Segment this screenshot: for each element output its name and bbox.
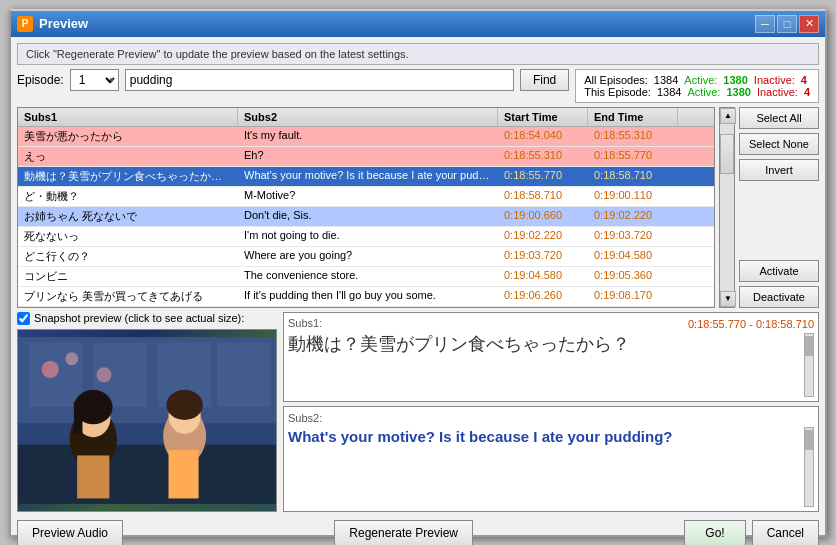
cell-subs1: 動機は？美雪がプリン食べちゃったから？ [18,167,238,186]
activate-button[interactable]: Activate [739,260,819,282]
table-body: 美雪が悪かったから It's my fault. 0:18:54.040 0:1… [18,127,714,307]
deactivate-button[interactable]: Deactivate [739,286,819,308]
go-button[interactable]: Go! [684,520,745,546]
inactive-val: 4 [801,74,807,86]
active2-label: Active: [687,86,720,98]
info-bar: Click "Regenerate Preview" to update the… [17,43,819,65]
cell-subs1: 美雪が悪かったから [18,127,238,146]
subs2-text: What's your motive? Is it because I ate … [288,427,802,447]
table-row[interactable]: 動機は？美雪がプリン食べちゃったから？ What's your motive? … [18,167,714,187]
invert-button[interactable]: Invert [739,159,819,181]
all-episodes-val: 1384 [654,74,678,86]
cell-subs2: Where are you going? [238,247,498,266]
cell-end: 0:19:04.580 [588,247,678,266]
subs1-text: 動機は？美雪がプリン食べちゃったから？ [288,333,802,356]
select-none-button[interactable]: Select None [739,133,819,155]
action-buttons: Select All Select None Invert Activate D… [739,107,819,308]
cell-subs2: M-Motive? [238,187,498,206]
active-val: 1380 [723,74,747,86]
cell-subs1: プリンなら 美雪が買ってきてあげる [18,287,238,306]
cell-end: 0:19:05.360 [588,267,678,286]
preview-audio-button[interactable]: Preview Audio [17,520,123,546]
regenerate-button[interactable]: Regenerate Preview [334,520,473,546]
app-icon: P [17,16,33,32]
table-scrollbar[interactable]: ▲ ▼ [719,107,735,308]
scroll-thumb[interactable] [720,134,734,174]
select-all-button[interactable]: Select All [739,107,819,129]
table-row[interactable]: コンビニ The convenience store. 0:19:04.580 … [18,267,714,287]
cell-subs2: It's my fault. [238,127,498,146]
cell-subs1: 死なないっ [18,227,238,246]
cell-start: 0:19:03.720 [498,247,588,266]
svg-rect-13 [74,401,83,433]
cell-subs2: I'm not going to die. [238,227,498,246]
svg-rect-9 [18,444,276,503]
episode-label: Episode: [17,73,64,87]
svg-point-7 [65,352,78,365]
col-header-subs2: Subs2 [238,108,498,126]
scroll-track[interactable] [720,124,734,291]
cell-end: 0:19:08.170 [588,287,678,306]
close-button[interactable]: ✕ [799,15,819,33]
table-row[interactable]: 美雪が悪かったから It's my fault. 0:18:54.040 0:1… [18,127,714,147]
cell-subs1: えっ [18,147,238,166]
cell-subs2: If it's pudding then I'll go buy you som… [238,287,498,306]
cell-subs2: What's your motive? Is it because I ate … [238,167,498,186]
cell-start: 0:19:04.580 [498,267,588,286]
table-row[interactable]: ど・動機？ M-Motive? 0:18:58.710 0:19:00.110 [18,187,714,207]
table-row[interactable]: えっ Eh? 0:18:55.310 0:18:55.770 [18,147,714,167]
table-row[interactable]: 死なないっ I'm not going to die. 0:19:02.220 … [18,227,714,247]
subs1-scrollbar[interactable] [804,333,814,397]
this-episode-label: This Episode: [584,86,651,98]
this-episode-val: 1384 [657,86,681,98]
cell-end: 0:19:00.110 [588,187,678,206]
cell-start: 0:19:02.220 [498,227,588,246]
title-bar: P Preview ─ □ ✕ [11,11,825,37]
svg-rect-18 [169,450,199,498]
table-row[interactable]: どこ行くの？ Where are you going? 0:19:03.720 … [18,247,714,267]
subs2-scroll-thumb[interactable] [805,430,813,450]
main-window: P Preview ─ □ ✕ Click "Regenerate Previe… [9,9,827,537]
scroll-up-btn[interactable]: ▲ [720,108,736,124]
cell-end: 0:18:58.710 [588,167,678,186]
snapshot-checkbox[interactable] [17,312,30,325]
cell-start: 0:18:54.040 [498,127,588,146]
svg-point-17 [166,389,203,419]
table-row[interactable]: お姉ちゃん 死なないで Don't die, Sis. 0:19:00.660 … [18,207,714,227]
snapshot-label: Snapshot preview (click to see actual si… [34,312,244,324]
cell-subs2: The convenience store. [238,267,498,286]
col-header-subs1: Subs1 [18,108,238,126]
subs1-scroll-thumb[interactable] [805,336,813,356]
active-label: Active: [684,74,717,86]
maximize-button[interactable]: □ [777,15,797,33]
table-row[interactable]: プリンなら 美雪が買ってきてあげる If it's pudding then I… [18,287,714,307]
cell-end: 0:19:03.720 [588,227,678,246]
inactive2-val: 4 [804,86,810,98]
table-header: Subs1 Subs2 Start Time End Time [18,108,714,127]
preview-image[interactable] [17,329,277,512]
inactive-label: Inactive: [754,74,795,86]
svg-rect-14 [77,455,109,498]
cell-end: 0:18:55.310 [588,127,678,146]
inactive2-label: Inactive: [757,86,798,98]
find-button[interactable]: Find [520,69,569,91]
scroll-down-btn[interactable]: ▼ [720,291,736,307]
all-episodes-label: All Episodes: [584,74,648,86]
svg-point-6 [42,360,59,377]
cell-subs2: Don't die, Sis. [238,207,498,226]
window-title: Preview [39,16,88,31]
subs1-time: 0:18:55.770 - 0:18:58.710 [688,318,814,330]
episode-select[interactable]: 123 [70,69,119,91]
search-input[interactable] [125,69,514,91]
cell-start: 0:18:55.770 [498,167,588,186]
subs2-scrollbar[interactable] [804,427,814,507]
cancel-button[interactable]: Cancel [752,520,819,546]
cell-subs1: お姉ちゃん 死なないで [18,207,238,226]
cell-subs1: ど・動機？ [18,187,238,206]
minimize-button[interactable]: ─ [755,15,775,33]
cell-start: 0:18:58.710 [498,187,588,206]
col-header-start: Start Time [498,108,588,126]
cell-end: 0:18:55.770 [588,147,678,166]
subs2-label: Subs2: [288,412,322,424]
cell-subs2: Eh? [238,147,498,166]
